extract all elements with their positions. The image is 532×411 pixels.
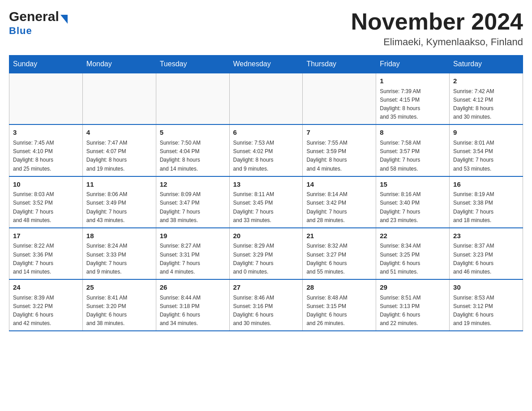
calendar-cell: 19Sunrise: 8:27 AM Sunset: 3:31 PM Dayli… bbox=[156, 228, 229, 279]
day-number: 4 bbox=[86, 128, 152, 138]
calendar-cell: 8Sunrise: 7:58 AM Sunset: 3:57 PM Daylig… bbox=[376, 124, 450, 176]
day-number: 14 bbox=[306, 180, 372, 190]
calendar-cell: 20Sunrise: 8:29 AM Sunset: 3:29 PM Dayli… bbox=[229, 228, 303, 279]
day-info: Sunrise: 7:50 AM Sunset: 4:04 PM Dayligh… bbox=[160, 139, 226, 173]
calendar-cell: 24Sunrise: 8:39 AM Sunset: 3:22 PM Dayli… bbox=[9, 279, 83, 331]
weekday-header-friday: Friday bbox=[376, 56, 450, 73]
weekday-header-sunday: Sunday bbox=[9, 56, 83, 73]
day-info: Sunrise: 7:58 AM Sunset: 3:57 PM Dayligh… bbox=[380, 139, 446, 173]
day-number: 1 bbox=[380, 76, 446, 86]
calendar-table: SundayMondayTuesdayWednesdayThursdayFrid… bbox=[9, 55, 523, 331]
day-info: Sunrise: 8:01 AM Sunset: 3:54 PM Dayligh… bbox=[453, 139, 519, 173]
day-info: Sunrise: 7:47 AM Sunset: 4:07 PM Dayligh… bbox=[86, 139, 152, 173]
calendar-week-4: 17Sunrise: 8:22 AM Sunset: 3:36 PM Dayli… bbox=[9, 228, 523, 279]
logo: General Blue bbox=[9, 9, 68, 37]
weekday-header-saturday: Saturday bbox=[450, 56, 523, 73]
day-number: 6 bbox=[233, 128, 299, 138]
calendar-cell: 23Sunrise: 8:37 AM Sunset: 3:23 PM Dayli… bbox=[450, 228, 523, 279]
day-number: 18 bbox=[86, 231, 152, 241]
day-info: Sunrise: 8:34 AM Sunset: 3:25 PM Dayligh… bbox=[380, 242, 446, 276]
day-number: 16 bbox=[453, 180, 519, 190]
day-info: Sunrise: 8:29 AM Sunset: 3:29 PM Dayligh… bbox=[233, 242, 299, 276]
day-info: Sunrise: 8:46 AM Sunset: 3:16 PM Dayligh… bbox=[233, 294, 299, 328]
calendar-cell: 21Sunrise: 8:32 AM Sunset: 3:27 PM Dayli… bbox=[303, 228, 376, 279]
day-number: 12 bbox=[160, 180, 226, 190]
calendar-week-1: 1Sunrise: 7:39 AM Sunset: 4:15 PM Daylig… bbox=[9, 73, 523, 124]
calendar-cell: 10Sunrise: 8:03 AM Sunset: 3:52 PM Dayli… bbox=[9, 176, 83, 228]
day-info: Sunrise: 8:19 AM Sunset: 3:38 PM Dayligh… bbox=[453, 190, 519, 225]
day-number: 22 bbox=[380, 231, 446, 241]
day-info: Sunrise: 8:22 AM Sunset: 3:36 PM Dayligh… bbox=[13, 242, 79, 276]
calendar-week-3: 10Sunrise: 8:03 AM Sunset: 3:52 PM Dayli… bbox=[9, 176, 523, 228]
day-info: Sunrise: 8:11 AM Sunset: 3:45 PM Dayligh… bbox=[233, 190, 299, 225]
calendar-title-area: November 2024 Elimaeki, Kymenlaakso, Fin… bbox=[351, 9, 523, 48]
day-info: Sunrise: 8:37 AM Sunset: 3:23 PM Dayligh… bbox=[453, 242, 519, 276]
day-number: 21 bbox=[306, 231, 372, 241]
day-info: Sunrise: 8:44 AM Sunset: 3:18 PM Dayligh… bbox=[160, 294, 226, 328]
day-number: 24 bbox=[13, 283, 79, 293]
day-number: 7 bbox=[306, 128, 372, 138]
day-info: Sunrise: 8:32 AM Sunset: 3:27 PM Dayligh… bbox=[306, 242, 372, 276]
calendar-cell: 27Sunrise: 8:46 AM Sunset: 3:16 PM Dayli… bbox=[229, 279, 303, 331]
weekday-header-wednesday: Wednesday bbox=[229, 56, 303, 73]
day-number: 5 bbox=[160, 128, 226, 138]
day-number: 25 bbox=[86, 283, 152, 293]
calendar-cell bbox=[9, 73, 83, 124]
logo-blue-text: Blue bbox=[9, 25, 32, 37]
day-number: 29 bbox=[380, 283, 446, 293]
day-number: 8 bbox=[380, 128, 446, 138]
day-number: 30 bbox=[453, 283, 519, 293]
day-number: 26 bbox=[160, 283, 226, 293]
day-info: Sunrise: 8:16 AM Sunset: 3:40 PM Dayligh… bbox=[380, 190, 446, 225]
calendar-week-2: 3Sunrise: 7:45 AM Sunset: 4:10 PM Daylig… bbox=[9, 124, 523, 176]
day-info: Sunrise: 8:41 AM Sunset: 3:20 PM Dayligh… bbox=[86, 294, 152, 328]
calendar-cell: 4Sunrise: 7:47 AM Sunset: 4:07 PM Daylig… bbox=[82, 124, 156, 176]
day-info: Sunrise: 7:42 AM Sunset: 4:12 PM Dayligh… bbox=[453, 87, 519, 122]
calendar-cell: 16Sunrise: 8:19 AM Sunset: 3:38 PM Dayli… bbox=[450, 176, 523, 228]
day-info: Sunrise: 7:45 AM Sunset: 4:10 PM Dayligh… bbox=[13, 139, 79, 173]
day-number: 23 bbox=[453, 231, 519, 241]
day-number: 28 bbox=[306, 283, 372, 293]
day-info: Sunrise: 8:27 AM Sunset: 3:31 PM Dayligh… bbox=[160, 242, 226, 276]
calendar-cell bbox=[303, 73, 376, 124]
calendar-cell: 11Sunrise: 8:06 AM Sunset: 3:49 PM Dayli… bbox=[82, 176, 156, 228]
calendar-cell bbox=[229, 73, 303, 124]
day-number: 9 bbox=[453, 128, 519, 138]
logo-text: General bbox=[9, 9, 68, 24]
day-info: Sunrise: 7:55 AM Sunset: 3:59 PM Dayligh… bbox=[306, 139, 372, 173]
calendar-cell: 5Sunrise: 7:50 AM Sunset: 4:04 PM Daylig… bbox=[156, 124, 229, 176]
calendar-week-5: 24Sunrise: 8:39 AM Sunset: 3:22 PM Dayli… bbox=[9, 279, 523, 331]
day-info: Sunrise: 8:48 AM Sunset: 3:15 PM Dayligh… bbox=[306, 294, 372, 328]
calendar-cell: 17Sunrise: 8:22 AM Sunset: 3:36 PM Dayli… bbox=[9, 228, 83, 279]
day-info: Sunrise: 8:03 AM Sunset: 3:52 PM Dayligh… bbox=[13, 190, 79, 225]
day-info: Sunrise: 8:51 AM Sunset: 3:13 PM Dayligh… bbox=[380, 294, 446, 328]
day-info: Sunrise: 8:06 AM Sunset: 3:49 PM Dayligh… bbox=[86, 190, 152, 225]
day-info: Sunrise: 8:24 AM Sunset: 3:33 PM Dayligh… bbox=[86, 242, 152, 276]
day-info: Sunrise: 7:39 AM Sunset: 4:15 PM Dayligh… bbox=[380, 87, 446, 122]
page-header: General Blue November 2024 Elimaeki, Kym… bbox=[9, 9, 523, 48]
day-number: 17 bbox=[13, 231, 79, 241]
day-info: Sunrise: 8:14 AM Sunset: 3:42 PM Dayligh… bbox=[306, 190, 372, 225]
calendar-cell: 22Sunrise: 8:34 AM Sunset: 3:25 PM Dayli… bbox=[376, 228, 450, 279]
calendar-cell: 2Sunrise: 7:42 AM Sunset: 4:12 PM Daylig… bbox=[450, 73, 523, 124]
calendar-cell bbox=[156, 73, 229, 124]
weekday-header-monday: Monday bbox=[82, 56, 156, 73]
calendar-subtitle: Elimaeki, Kymenlaakso, Finland bbox=[351, 36, 523, 48]
day-info: Sunrise: 8:53 AM Sunset: 3:12 PM Dayligh… bbox=[453, 294, 519, 328]
day-number: 2 bbox=[453, 76, 519, 86]
day-number: 19 bbox=[160, 231, 226, 241]
calendar-cell: 14Sunrise: 8:14 AM Sunset: 3:42 PM Dayli… bbox=[303, 176, 376, 228]
day-info: Sunrise: 7:53 AM Sunset: 4:02 PM Dayligh… bbox=[233, 139, 299, 173]
day-info: Sunrise: 8:09 AM Sunset: 3:47 PM Dayligh… bbox=[160, 190, 226, 225]
calendar-cell: 25Sunrise: 8:41 AM Sunset: 3:20 PM Dayli… bbox=[82, 279, 156, 331]
calendar-cell: 28Sunrise: 8:48 AM Sunset: 3:15 PM Dayli… bbox=[303, 279, 376, 331]
weekday-header-tuesday: Tuesday bbox=[156, 56, 229, 73]
day-number: 20 bbox=[233, 231, 299, 241]
calendar-cell bbox=[82, 73, 156, 124]
day-info: Sunrise: 8:39 AM Sunset: 3:22 PM Dayligh… bbox=[13, 294, 79, 328]
calendar-cell: 30Sunrise: 8:53 AM Sunset: 3:12 PM Dayli… bbox=[450, 279, 523, 331]
calendar-cell: 7Sunrise: 7:55 AM Sunset: 3:59 PM Daylig… bbox=[303, 124, 376, 176]
calendar-cell: 12Sunrise: 8:09 AM Sunset: 3:47 PM Dayli… bbox=[156, 176, 229, 228]
day-number: 3 bbox=[13, 128, 79, 138]
calendar-cell: 3Sunrise: 7:45 AM Sunset: 4:10 PM Daylig… bbox=[9, 124, 83, 176]
